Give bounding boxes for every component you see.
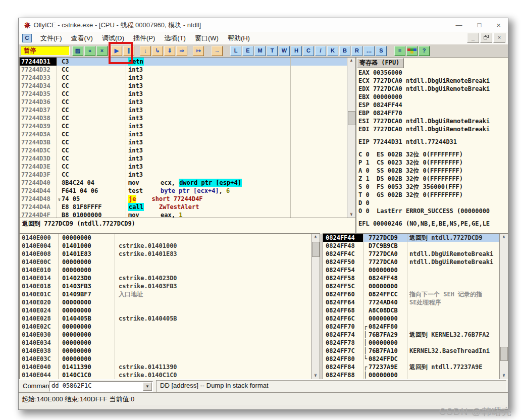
register-line[interactable]: D 0 [356,199,508,207]
view-references-button[interactable]: R [351,46,362,56]
dump-row[interactable]: 0140E00000000000 [20,234,311,242]
dump-row[interactable]: 0140E00C00000000 [20,258,311,266]
dump-row[interactable]: 0140E02000000000 [20,298,311,306]
disasm-row[interactable]: 77244D48∨74 05jeshort 77244D4F [20,195,347,203]
register-line[interactable]: EBX 00000000 [356,93,508,101]
disasm-row[interactable]: 77244D38CCint3 [20,114,347,122]
dump-row[interactable]: 0140E00401401000cstrike.01401000 [20,242,311,250]
view-executables-button[interactable]: E [242,46,253,56]
dump-row[interactable]: 0140E02400000000 [20,306,311,314]
stack-row[interactable]: 0824FF6C00000000 [323,314,500,323]
register-line[interactable]: Z 1 DS 002B 32位 0(FFFFFFFF) [356,175,508,183]
stack-row[interactable]: 0824FF74│76B7FA29返回到 KERNEL32.76B7FA2 [323,331,500,339]
disasm-row[interactable]: 77244D36CCint3 [20,98,347,106]
mdi-close-button[interactable]: × [493,33,505,43]
stack-row[interactable]: 0824FF84┌77237A9E返回到 ntdll.77237A9E [323,363,500,371]
disasm-row[interactable]: 77244D4AE8 81F8FFFFcallZwTestAlert [20,203,347,211]
dump-row[interactable]: 0140E04001411390cstrike.01411390 [20,363,311,371]
register-line[interactable]: EDX 7727DCA0 ntdll.DbgUiRemoteBreaki [356,85,508,93]
register-line[interactable]: C 0 ES 002B 32位 0(FFFFFFFF) [356,150,508,159]
stack-row[interactable]: 0824FF48D7C9B9CB [323,242,500,250]
pause-button[interactable]: ∥ [123,46,134,56]
step-into-button[interactable]: ↓ [140,46,151,56]
minimize-button[interactable]: — [455,21,462,29]
register-line[interactable]: P 1 CS 0023 32位 0(FFFFFFFF) [356,159,508,167]
stack-row[interactable]: 0824FF600824FFCC指向下一个 SEH 记录的指 [323,290,500,298]
register-line[interactable]: EDI 7727DCA0 ntdll.DbgUiRemoteBreaki [356,125,508,133]
dump-scrollbar[interactable]: ∧ ∨ [311,234,320,379]
view-cpu-button[interactable]: C [303,46,314,56]
stack-row[interactable]: 0824FF7C│76B7FA10KERNEL32.BaseThreadIni [323,347,500,355]
view-handles-button[interactable]: H [291,46,302,56]
scroll-down-icon[interactable]: ∨ [347,211,355,218]
command-input[interactable]: dd 05862F1C ▼ [49,381,153,392]
close-button[interactable]: × [496,21,501,29]
disasm-row[interactable]: 77244D3DCCint3 [20,154,347,163]
dump-row[interactable]: 0140E01C01409BF7入口地址 [20,290,311,298]
view-run-trace-button[interactable]: … [363,46,375,56]
dump-row[interactable]: 0140E0280140405Bcstrike.0140405B [20,314,311,323]
disasm-row[interactable]: 77244D31C3retn [20,58,347,66]
stack-row[interactable]: 0824FF580824FF48 [323,274,500,282]
dump-row[interactable]: 0140E01000000000 [20,266,311,274]
dump-row[interactable]: 0140E03000000000 [20,331,311,339]
close-program-button[interactable]: × [96,46,108,56]
stack-scrollbar[interactable]: ∧ ∨ [499,234,508,379]
view-log-button[interactable]: L [230,46,241,56]
appearance-button[interactable] [406,46,418,56]
register-line[interactable]: ESI 7727DCA0 ntdll.DbgUiRemoteBreaki [356,117,508,125]
view-breakpoints-button[interactable]: B [339,46,350,56]
stack-row[interactable]: 0824FF447727DCD9返回到 ntdll.7727DCD9 [323,234,500,242]
stack-scroll-thumb[interactable] [500,347,508,361]
register-line[interactable]: EIP 77244D31 ntdll.77244D31 [356,138,508,146]
register-line[interactable]: S 0 FS 0053 32位 356000(FFF) [356,183,508,191]
dump-row[interactable]: 0140E03400000000 [20,339,311,347]
disasm-row[interactable]: 77244D34CCint3 [20,82,347,90]
menu-item[interactable]: 文件(F) [36,33,67,44]
register-line[interactable]: A 0 SS 002B 32位 0(FFFFFFFF) [356,167,508,175]
disasm-row[interactable]: 77244D3ACCint3 [20,130,347,138]
menu-item[interactable]: 调试(D) [97,33,129,44]
dump-row[interactable]: 0140E02C00000000 [20,323,311,331]
title-bar[interactable]: ✳ OllyICE - cstrike.exe - [CPU - 线程 0000… [19,18,508,32]
stack-pane[interactable]: 0824FF447727DCD9返回到 ntdll.7727DCD90824FF… [323,233,508,380]
stack-row[interactable]: 0824FF5400000000 [323,266,500,274]
disasm-row[interactable]: 77244D32CCint3 [20,66,347,74]
stack-row[interactable]: 0824FF5C00000000 [323,282,500,290]
menu-item[interactable]: 帮助(H) [223,33,254,44]
view-source-button[interactable]: S [376,46,387,56]
mdi-minimize-button[interactable]: _ [467,33,479,43]
disasm-row[interactable]: 77244D3ECCint3 [20,163,347,171]
dump-row[interactable]: 0140E0440140C1C0cstrike.0140C1C0 [20,371,311,379]
stack-row[interactable]: 0824FF80└0824FFDC [323,355,500,363]
animate-into-button[interactable]: ⇓ [164,46,175,56]
dump-row[interactable]: 0140E03800000000 [20,347,311,355]
stack-row[interactable]: 0824FF88│00000000 [323,371,500,379]
restart-button[interactable]: « [84,46,95,56]
debug-options-button[interactable]: ≡ [394,46,405,56]
disasm-row[interactable]: 77244D44F641 04 06testbyte ptr [ecx+4], … [20,187,347,195]
maximize-button[interactable]: □ [477,21,481,29]
disasm-row[interactable]: 77244D33CCint3 [20,74,347,82]
dropdown-arrow-icon[interactable]: ▼ [143,382,152,391]
disasm-row[interactable]: 77244D3CCCint3 [20,146,347,154]
menu-item[interactable]: 选项(T) [160,33,190,44]
register-line[interactable]: EAX 00356000 [356,69,508,77]
dump-row[interactable]: 0140E01801403FB3cstrike.01403FB3 [20,282,311,290]
scroll-down-icon[interactable]: ∨ [500,372,508,379]
register-line[interactable]: EBP 0824FF70 [356,109,508,117]
view-patches-button[interactable]: / [315,46,326,56]
mdi-restore-button[interactable] [480,33,492,43]
step-over-button[interactable]: ↳ [152,46,163,56]
dump-row[interactable]: 0140E014014023D0cstrike.014023D0 [20,274,311,282]
view-threads-button[interactable]: T [267,46,278,56]
disasm-scrollbar[interactable]: ∧ ∨ [347,58,355,218]
register-line[interactable]: EFL 00000246 (NO,NB,E,BE,NS,PE,GE,LE [356,220,508,228]
register-line[interactable]: O 0 LastErr ERROR_SUCCESS (00000000 [356,207,508,215]
menu-item[interactable]: 查看(V) [67,33,97,44]
registers-pane[interactable]: 寄存器 (FPU) EAX 00356000ECX 7727DCA0 ntdll… [356,57,508,234]
menu-item[interactable]: 窗口(W) [190,33,223,44]
view-call-stack-button[interactable]: K [327,46,338,56]
dump-pane[interactable]: 0140E000000000000140E00401401000cstrike.… [19,233,320,380]
disasm-scroll-thumb[interactable] [348,111,355,125]
